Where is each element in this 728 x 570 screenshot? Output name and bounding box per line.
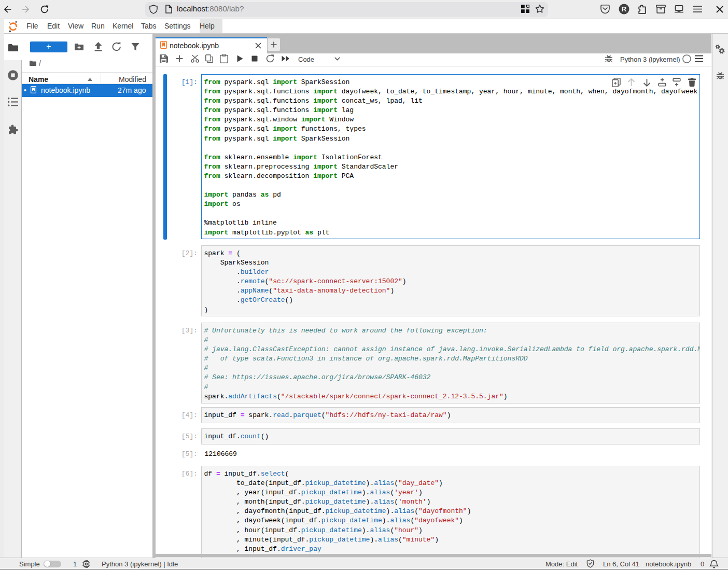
svg-text:R: R xyxy=(622,5,627,13)
